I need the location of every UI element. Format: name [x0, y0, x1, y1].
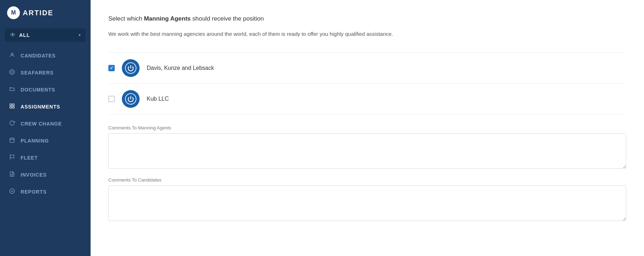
sidebar-item-fleet[interactable]: FLEET: [4, 150, 87, 166]
chevron-down-icon: ▾: [79, 33, 81, 38]
sidebar-item-documents-label: DOCUMENTS: [21, 87, 55, 93]
person-icon: [9, 52, 16, 59]
svg-rect-9: [10, 106, 12, 108]
filter-dropdown[interactable]: 👁 ALL ▾: [5, 28, 86, 42]
comments-candidates-textarea[interactable]: [108, 185, 626, 221]
agent-row-1: Davis, Kunze and Lebsack: [108, 52, 626, 84]
sidebar-item-reports[interactable]: REPORTS: [4, 184, 87, 200]
logo-text: ARTIDE: [23, 9, 53, 17]
sidebar: M ARTIDE 👁 ALL ▾ CANDIDATES: [0, 0, 91, 256]
sidebar-item-documents[interactable]: DOCUMENTS: [4, 82, 87, 98]
sidebar-item-planning[interactable]: PLANNING: [4, 133, 87, 149]
svg-rect-10: [12, 106, 14, 108]
grid-icon: [9, 103, 16, 110]
agent-checkbox-2[interactable]: [108, 96, 115, 102]
svg-point-18: [10, 189, 14, 193]
filter-label: ALL: [19, 32, 75, 38]
svg-rect-7: [10, 104, 12, 106]
sidebar-item-crew-change[interactable]: CREW CHANGE: [4, 116, 87, 132]
flag-icon: [9, 154, 16, 161]
comments-candidates-section: Comments To Candidates: [108, 177, 626, 222]
chart-icon: [9, 188, 16, 195]
sidebar-item-invoices-label: INVOICES: [21, 172, 47, 178]
sidebar-item-assignments-label: ASSIGNMENTS: [21, 104, 60, 110]
svg-point-2: [12, 72, 13, 73]
agent-name-1: Davis, Kunze and Lebsack: [147, 65, 214, 71]
agent-checkbox-1[interactable]: [108, 65, 115, 71]
sidebar-item-crew-change-label: CREW CHANGE: [21, 121, 62, 127]
svg-rect-8: [12, 104, 14, 106]
sidebar-navigation: CANDIDATES SEAFARERS DOCUMENTS: [0, 48, 91, 200]
comments-manning-section: Comments To Manning Agents: [108, 125, 626, 170]
main-sub-text: We work with the best manning agencies a…: [108, 30, 626, 38]
agent-logo-1: [122, 59, 140, 77]
comments-manning-label: Comments To Manning Agents: [108, 125, 626, 130]
sidebar-item-candidates[interactable]: CANDIDATES: [4, 48, 87, 64]
comments-candidates-label: Comments To Candidates: [108, 177, 626, 183]
sidebar-item-seafarers-label: SEAFARERS: [21, 70, 54, 76]
sidebar-item-seafarers[interactable]: SEAFARERS: [4, 65, 87, 81]
refresh-icon: [9, 120, 16, 127]
eye-icon: 👁: [10, 32, 16, 38]
agent-logo-2: [122, 90, 140, 108]
sidebar-item-fleet-label: FLEET: [21, 155, 38, 161]
compass-icon: [9, 69, 16, 76]
comments-manning-textarea[interactable]: [108, 133, 626, 169]
sidebar-item-candidates-label: CANDIDATES: [21, 53, 56, 59]
folder-icon: [9, 86, 16, 93]
agent-row-2: Kub LLC: [108, 84, 626, 115]
sidebar-item-invoices[interactable]: INVOICES: [4, 167, 87, 183]
calendar-icon: [9, 137, 16, 144]
svg-point-0: [11, 53, 13, 55]
agent-name-2: Kub LLC: [147, 96, 169, 102]
main-heading: Select which Manning Agents should recei…: [108, 14, 626, 23]
logo-circle: M: [7, 6, 20, 19]
power-icon-1: [125, 62, 136, 74]
document-icon: [9, 171, 16, 178]
power-icon-2: [125, 93, 136, 105]
svg-rect-11: [10, 138, 14, 143]
sidebar-item-planning-label: PLANNING: [21, 138, 49, 144]
sidebar-item-reports-label: REPORTS: [21, 189, 47, 195]
sidebar-item-assignments[interactable]: ASSIGNMENTS: [4, 99, 87, 115]
main-content: Select which Manning Agents should recei…: [91, 0, 644, 256]
logo: M ARTIDE: [0, 0, 91, 26]
logo-letter: M: [11, 10, 16, 16]
